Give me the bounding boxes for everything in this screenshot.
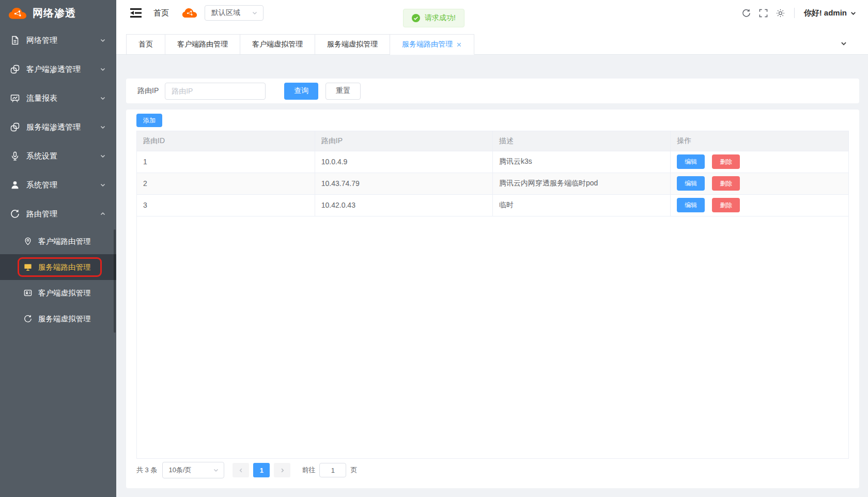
prev-page-button[interactable] — [233, 463, 249, 477]
sidebar-menu: 网络管理 客户端渗透管理 流量报表 — [0, 26, 116, 332]
sidebar-item-client-pen-mgmt[interactable]: 客户端渗透管理 — [0, 55, 116, 84]
column-header-route-ip: 路由IP — [315, 131, 492, 151]
sidebar-subitem-label: 客户端虚拟管理 — [38, 288, 91, 298]
app-title: 网络渗透 — [33, 6, 76, 20]
success-toast: 请求成功! — [403, 9, 464, 27]
region-select-value: 默认区域 — [211, 8, 240, 18]
tab-home[interactable]: 首页 — [126, 34, 165, 55]
column-header-route-id: 路由ID — [137, 131, 315, 151]
sidebar-item-traffic-report[interactable]: 流量报表 — [0, 84, 116, 113]
sidebar-item-label: 系统管理 — [26, 180, 57, 190]
edit-button[interactable]: 编辑 — [677, 154, 705, 169]
delete-button[interactable]: 删除 — [712, 154, 740, 169]
fullscreen-icon[interactable] — [759, 9, 768, 18]
location-pin-icon — [24, 237, 32, 245]
cell-route-id: 2 — [137, 173, 315, 194]
chevron-up-icon — [100, 211, 106, 217]
page-size-value: 10条/页 — [168, 465, 191, 475]
theme-sun-icon[interactable] — [776, 9, 785, 18]
monitor-icon — [24, 263, 32, 271]
tab-label: 服务端虚拟管理 — [327, 40, 378, 49]
app-logo: 网络渗透 — [0, 0, 116, 26]
refresh-icon — [24, 315, 32, 323]
reset-button[interactable]: 重置 — [326, 83, 361, 100]
tab-client-virtual-mgmt[interactable]: 客户端虚拟管理 — [240, 34, 315, 55]
add-button[interactable]: 添加 — [136, 114, 162, 127]
sidebar-subitem-client-route-mgmt[interactable]: 客户端路由管理 — [0, 228, 116, 254]
toast-message: 请求成功! — [425, 13, 456, 23]
document-icon — [10, 36, 20, 45]
main-area: 首页 默认区域 你好! admin — [116, 0, 868, 497]
region-select[interactable]: 默认区域 — [205, 5, 264, 21]
column-header-actions: 操作 — [671, 131, 848, 151]
cloud-logo-icon — [8, 6, 27, 20]
goto-page-input[interactable] — [319, 463, 346, 477]
user-greeting: 你好! admin — [804, 8, 847, 18]
close-icon[interactable] — [456, 42, 462, 48]
link-icon — [10, 122, 20, 132]
table-header-row: 路由ID 路由IP 描述 操作 — [137, 131, 848, 151]
delete-button[interactable]: 删除 — [712, 198, 740, 212]
chevron-down-icon — [100, 182, 106, 188]
refresh-icon[interactable] — [742, 9, 751, 18]
sidebar: 网络渗透 网络管理 客户端渗透管理 流量报表 — [0, 0, 116, 497]
table-panel: 添加 路由ID 路由IP 描述 操作 1 — [126, 110, 859, 488]
user-menu[interactable]: 你好! admin — [804, 8, 857, 18]
id-card-icon — [24, 289, 32, 297]
sidebar-item-label: 客户端渗透管理 — [26, 65, 81, 74]
search-button[interactable]: 查询 — [284, 83, 318, 100]
cell-actions: 编辑 删除 — [671, 173, 848, 194]
sidebar-fold-icon[interactable] — [130, 8, 142, 18]
tab-server-virtual-mgmt[interactable]: 服务端虚拟管理 — [315, 34, 390, 55]
sidebar-item-network-mgmt[interactable]: 网络管理 — [0, 26, 116, 55]
cell-route-id: 1 — [137, 151, 315, 173]
tabs-dropdown-icon[interactable] — [840, 40, 847, 47]
sidebar-subitem-client-virtual-mgmt[interactable]: 客户端虚拟管理 — [0, 280, 116, 306]
pagination-total: 共 3 条 — [136, 465, 157, 475]
chevron-down-icon — [100, 124, 106, 130]
cell-route-ip: 10.42.0.43 — [315, 194, 492, 216]
sidebar-item-route-mgmt[interactable]: 路由管理 — [0, 199, 116, 228]
cell-route-id: 3 — [137, 194, 315, 216]
cell-description: 腾讯云内网穿透服务端临时pod — [493, 173, 671, 194]
topbar-actions: 你好! admin — [742, 8, 857, 18]
tab-label: 服务端路由管理 — [402, 40, 453, 49]
sidebar-item-label: 路由管理 — [26, 209, 57, 219]
sidebar-item-system-mgmt[interactable]: 系统管理 — [0, 170, 116, 199]
sidebar-item-system-settings[interactable]: 系统设置 — [0, 142, 116, 170]
route-ip-input[interactable] — [165, 83, 266, 100]
goto-label: 前往 — [302, 465, 315, 475]
tab-client-route-mgmt[interactable]: 客户端路由管理 — [165, 34, 240, 55]
sidebar-subitem-server-virtual-mgmt[interactable]: 服务端虚拟管理 — [0, 306, 116, 332]
chevron-down-icon — [252, 10, 258, 16]
microphone-icon — [10, 151, 20, 161]
column-header-description: 描述 — [493, 131, 671, 151]
chevron-down-icon — [213, 467, 219, 473]
breadcrumb-home[interactable]: 首页 — [153, 8, 169, 18]
sidebar-subitem-server-route-mgmt[interactable]: 服务端路由管理 — [0, 254, 116, 280]
cloud-icon[interactable] — [182, 7, 197, 19]
edit-button[interactable]: 编辑 — [677, 176, 705, 191]
divider — [794, 8, 795, 18]
tab-server-route-mgmt[interactable]: 服务端路由管理 — [390, 34, 474, 55]
page-number-button[interactable]: 1 — [253, 463, 270, 477]
filter-panel: 路由IP 查询 重置 — [126, 79, 859, 103]
page-size-select[interactable]: 10条/页 — [162, 462, 224, 478]
sidebar-item-server-pen-mgmt[interactable]: 服务端渗透管理 — [0, 113, 116, 142]
cell-description: 腾讯云k3s — [493, 151, 671, 173]
table-row: 1 10.0.4.9 腾讯云k3s 编辑 删除 — [137, 151, 848, 173]
delete-button[interactable]: 删除 — [712, 176, 740, 191]
chevron-down-icon — [100, 153, 106, 159]
sidebar-item-label: 网络管理 — [26, 36, 57, 45]
table-row: 3 10.42.0.43 临时 编辑 删除 — [137, 194, 848, 216]
cell-actions: 编辑 删除 — [671, 151, 848, 173]
route-ip-label: 路由IP — [137, 86, 159, 96]
sidebar-scrollbar-thumb[interactable] — [114, 229, 116, 333]
next-page-button[interactable] — [274, 463, 290, 477]
chevron-down-icon — [100, 37, 106, 43]
tab-label: 客户端路由管理 — [177, 40, 228, 49]
page-content: 路由IP 查询 重置 添加 路由ID 路由IP 描述 操作 — [116, 55, 868, 497]
chevron-right-icon — [280, 468, 285, 473]
tab-label: 客户端虚拟管理 — [252, 40, 303, 49]
edit-button[interactable]: 编辑 — [677, 198, 705, 212]
